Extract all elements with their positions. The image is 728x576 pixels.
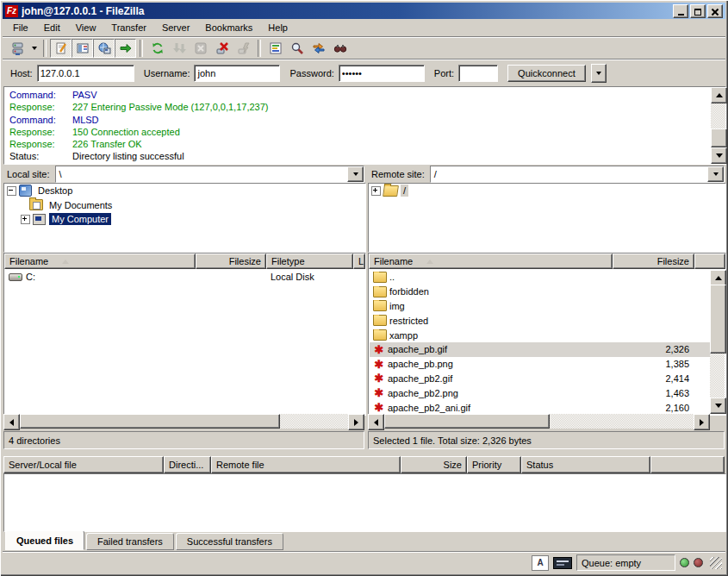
tree-item-desktop[interactable]: Desktop bbox=[4, 184, 365, 198]
close-button[interactable] bbox=[707, 4, 723, 18]
tab-successful-transfers[interactable]: Successful transfers bbox=[176, 533, 283, 550]
local-horizontal-scrollbar[interactable] bbox=[3, 414, 364, 429]
expand-expander-icon[interactable] bbox=[21, 215, 30, 224]
disconnect-icon[interactable] bbox=[211, 39, 233, 58]
quickconnect-button[interactable]: Quickconnect bbox=[507, 65, 586, 82]
toggle-remote-tree-icon[interactable] bbox=[93, 39, 115, 58]
scrollbar-thumb[interactable] bbox=[711, 128, 727, 147]
file-row[interactable]: xampp bbox=[370, 328, 710, 342]
minimize-button[interactable] bbox=[673, 4, 688, 18]
cancel-operation-icon[interactable] bbox=[190, 39, 211, 58]
column-header-size[interactable]: Size bbox=[401, 456, 467, 473]
tree-item-my-computer[interactable]: My Computer bbox=[4, 212, 365, 227]
title-bar: Fz john@127.0.0.1 - FileZilla bbox=[3, 3, 725, 19]
tab-failed-transfers[interactable]: Failed transfers bbox=[86, 533, 174, 550]
menu-transfer[interactable]: Transfer bbox=[103, 20, 154, 35]
tab-queued-files[interactable]: Queued files bbox=[5, 530, 84, 550]
menu-bookmarks[interactable]: Bookmarks bbox=[197, 20, 260, 35]
menu-edit[interactable]: Edit bbox=[36, 20, 68, 35]
site-manager-icon[interactable] bbox=[7, 39, 28, 58]
quickconnect-dropdown[interactable] bbox=[591, 64, 607, 83]
scroll-left-button[interactable] bbox=[368, 414, 384, 430]
directory-comparison-icon[interactable] bbox=[286, 39, 308, 58]
scrollbar-thumb[interactable] bbox=[384, 414, 550, 429]
local-list-header: Filename Filesize Filetype L bbox=[4, 254, 365, 269]
file-row[interactable]: .. bbox=[370, 270, 710, 285]
file-row[interactable]: restricted bbox=[370, 313, 710, 328]
refresh-icon[interactable] bbox=[146, 39, 168, 58]
scroll-down-button[interactable] bbox=[710, 398, 726, 414]
file-row-selected[interactable]: ✱apache_pb.gif 2,326 bbox=[370, 342, 710, 357]
local-site-bar: Local site: \ bbox=[3, 165, 364, 183]
local-site-combo[interactable]: \ bbox=[55, 166, 364, 183]
site-manager-dropdown[interactable] bbox=[28, 39, 40, 58]
scroll-up-button[interactable] bbox=[711, 87, 727, 103]
column-header-direction[interactable]: Directi... bbox=[164, 456, 211, 473]
synchronized-browsing-icon[interactable] bbox=[308, 39, 329, 58]
process-queue-icon[interactable] bbox=[168, 39, 190, 58]
scrollbar-thumb[interactable] bbox=[710, 285, 726, 354]
speed-limit-icon[interactable] bbox=[553, 557, 572, 569]
filter-icon[interactable] bbox=[264, 39, 286, 58]
toolbar-separator bbox=[43, 40, 47, 57]
scroll-right-button[interactable] bbox=[694, 414, 710, 430]
resize-grip[interactable] bbox=[710, 557, 722, 569]
remote-site-dropdown[interactable] bbox=[707, 166, 724, 182]
menu-file[interactable]: File bbox=[5, 20, 36, 35]
remote-horizontal-scrollbar[interactable] bbox=[368, 414, 710, 429]
file-row[interactable]: ✱apache_pb.png 1,385 bbox=[370, 357, 710, 372]
file-row[interactable]: ✱apache_pb2.png 1,463 bbox=[370, 385, 710, 400]
collapse-expander-icon[interactable] bbox=[7, 186, 16, 196]
scroll-left-button[interactable] bbox=[3, 414, 20, 430]
triangle-right-icon bbox=[700, 419, 704, 426]
log-line: Response:150 Connection accepted bbox=[5, 126, 710, 138]
menu-server[interactable]: Server bbox=[154, 20, 197, 35]
column-header-filename[interactable]: Filename bbox=[369, 254, 613, 269]
remote-site-value: / bbox=[431, 169, 707, 179]
menu-help[interactable]: Help bbox=[260, 20, 296, 35]
column-header-filetype[interactable]: Filetype bbox=[266, 254, 353, 269]
window-title: john@127.0.0.1 - FileZilla bbox=[22, 5, 669, 17]
column-header-last-modified[interactable]: L bbox=[353, 254, 365, 269]
username-input[interactable] bbox=[194, 65, 280, 82]
column-header-filesize[interactable]: Filesize bbox=[196, 254, 266, 269]
remote-site-combo[interactable]: / bbox=[430, 166, 725, 183]
file-row[interactable]: forbidden bbox=[370, 285, 710, 299]
remote-list-scrollbar[interactable] bbox=[710, 270, 725, 414]
scrollbar-thumb[interactable] bbox=[20, 414, 280, 429]
password-input[interactable] bbox=[339, 65, 425, 82]
file-row[interactable]: ✱apache_pb2_ani.gif 2,160 bbox=[370, 400, 710, 414]
column-header-filesize[interactable]: Filesize bbox=[613, 254, 694, 269]
reconnect-icon[interactable] bbox=[233, 39, 254, 58]
queue-header: Server/Local file Directi... Remote file… bbox=[3, 456, 725, 473]
toggle-message-log-icon[interactable] bbox=[50, 39, 72, 58]
scroll-right-button[interactable] bbox=[348, 414, 364, 430]
file-row[interactable]: ✱apache_pb2.gif 2,414 bbox=[370, 372, 710, 386]
expand-expander-icon[interactable] bbox=[371, 186, 381, 196]
close-icon bbox=[712, 9, 719, 16]
toolbar bbox=[3, 36, 725, 59]
toggle-transfer-queue-icon[interactable] bbox=[115, 39, 136, 58]
maximize-button[interactable] bbox=[690, 4, 706, 18]
column-header-filename[interactable]: Filename bbox=[4, 254, 196, 269]
menu-view[interactable]: View bbox=[68, 20, 104, 35]
column-header-status[interactable]: Status bbox=[521, 456, 650, 473]
ascii-transfer-type-icon[interactable]: A bbox=[532, 555, 549, 571]
username-label: Username: bbox=[144, 68, 190, 78]
find-files-icon[interactable] bbox=[329, 39, 351, 58]
file-row-c-drive[interactable]: C: Local Disk bbox=[5, 270, 364, 285]
column-header-remote-file[interactable]: Remote file bbox=[211, 456, 401, 473]
triangle-left-icon bbox=[9, 419, 14, 426]
local-site-dropdown[interactable] bbox=[347, 166, 364, 182]
tree-item-root[interactable]: / bbox=[369, 184, 725, 198]
file-row[interactable]: img bbox=[370, 299, 710, 314]
scroll-down-button[interactable] bbox=[711, 147, 727, 164]
column-header-server-local-file[interactable]: Server/Local file bbox=[3, 456, 164, 473]
toggle-local-tree-icon[interactable] bbox=[72, 39, 93, 58]
local-site-label: Local site: bbox=[3, 169, 52, 179]
tree-item-my-documents[interactable]: My Documents bbox=[4, 198, 365, 213]
port-input[interactable] bbox=[458, 65, 498, 82]
message-log-scrollbar[interactable] bbox=[711, 87, 725, 164]
column-header-priority[interactable]: Priority bbox=[467, 456, 521, 473]
host-input[interactable] bbox=[37, 65, 134, 82]
